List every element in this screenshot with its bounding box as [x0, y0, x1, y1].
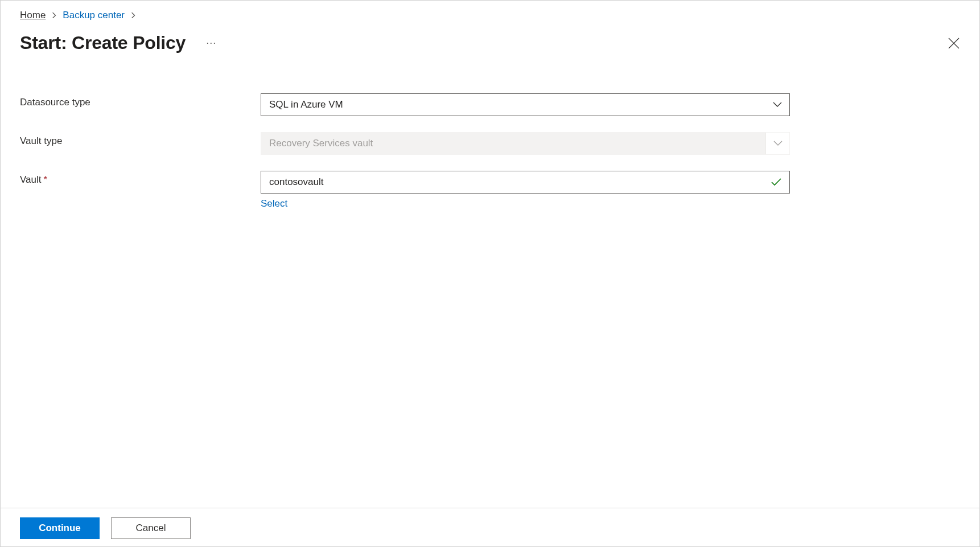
chevron-down-icon	[773, 141, 783, 146]
vault-type-label: Vault type	[20, 132, 261, 147]
vault-type-value: Recovery Services vault	[269, 138, 765, 149]
cancel-button[interactable]: Cancel	[111, 517, 191, 539]
footer-bar: Continue Cancel	[1, 508, 979, 546]
datasource-type-select[interactable]: SQL in Azure VM	[261, 93, 790, 116]
vault-row: Vault* contosovault Select	[20, 171, 960, 209]
datasource-type-row: Datasource type SQL in Azure VM	[20, 93, 960, 116]
chevron-down-icon	[773, 102, 782, 108]
vault-type-select: Recovery Services vault	[261, 132, 790, 155]
vault-value: contosovault	[269, 176, 771, 188]
breadcrumb-backup-center-link[interactable]: Backup center	[63, 10, 125, 21]
page-title: Start: Create Policy	[20, 32, 186, 54]
chevron-right-icon	[51, 13, 57, 18]
datasource-type-label: Datasource type	[20, 93, 261, 108]
vault-select-link[interactable]: Select	[261, 198, 287, 209]
vault-input[interactable]: contosovault	[261, 171, 790, 194]
page-header: Start: Create Policy ···	[20, 32, 960, 54]
checkmark-icon	[771, 178, 781, 186]
vault-type-row: Vault type Recovery Services vault	[20, 132, 960, 155]
continue-button[interactable]: Continue	[20, 517, 100, 539]
vault-label: Vault*	[20, 171, 261, 186]
form-area: Datasource type SQL in Azure VM Vault ty…	[20, 93, 960, 209]
breadcrumb: Home Backup center	[20, 10, 960, 21]
datasource-type-value: SQL in Azure VM	[269, 99, 765, 110]
required-asterisk: *	[44, 174, 48, 185]
breadcrumb-home-link[interactable]: Home	[20, 10, 46, 21]
close-icon[interactable]	[948, 37, 960, 50]
chevron-right-icon	[130, 13, 136, 18]
more-actions-icon[interactable]: ···	[206, 37, 216, 49]
